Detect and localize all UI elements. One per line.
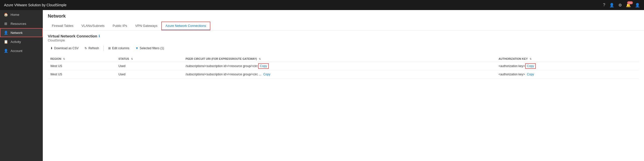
table-row: West US Used /subscriptions/<subscriptio…	[48, 62, 639, 70]
edit-columns-button[interactable]: ⊞ Edit columns	[106, 45, 132, 51]
col-region: REGION ⇅	[48, 56, 116, 62]
tab-public-ips[interactable]: Public IPs	[109, 22, 131, 30]
sort-uri-icon[interactable]: ⇅	[259, 58, 261, 60]
tab-azure-network-connections[interactable]: Azure Network Connections	[162, 22, 210, 30]
notification-badge: 152	[627, 1, 633, 4]
page-title: Network	[48, 14, 639, 19]
toolbar: ⬇ Download as CSV ↻ Refresh ⊞ Edit colum…	[48, 45, 639, 53]
resources-icon: ⊞	[4, 22, 8, 26]
person-icon[interactable]: 👤	[609, 3, 614, 8]
tabs: Firewall Tables VLANs/Subnets Public IPs…	[48, 22, 639, 30]
table-row: West US Used /subscriptions/<subscriptio…	[48, 70, 639, 79]
cell-region-2: West US	[48, 70, 116, 79]
uri-text-1: /subscriptions/<subscription id>/<resour…	[185, 64, 258, 68]
home-icon: 🏠	[4, 13, 8, 17]
sidebar-item-resources[interactable]: ⊞ Resources	[0, 19, 43, 28]
sidebar: 🏠 Home ⊞ Resources 👤 Network 📋 Activity …	[0, 10, 43, 161]
sidebar-item-home[interactable]: 🏠 Home	[0, 10, 43, 19]
tab-vlans-subnets[interactable]: VLANs/Subnets	[78, 22, 109, 30]
selected-filters-button[interactable]: ▼ Selected filters (1)	[133, 45, 167, 51]
cell-region-1: West US	[48, 62, 116, 70]
settings-icon[interactable]: ⚙	[618, 3, 622, 8]
sidebar-item-activity-label: Activity	[11, 40, 21, 44]
toolbar-separator	[103, 46, 104, 51]
auth-text-1: <authorization key>	[499, 64, 525, 68]
network-icon: 👤	[4, 31, 8, 35]
columns-icon: ⊞	[108, 46, 111, 50]
copy-uri-button-2[interactable]: Copy	[262, 72, 271, 76]
refresh-button[interactable]: ↻ Refresh	[82, 45, 101, 51]
info-icon[interactable]: ℹ	[99, 34, 100, 38]
sidebar-item-resources-label: Resources	[11, 22, 26, 26]
copy-auth-button-2[interactable]: Copy	[526, 72, 535, 76]
col-status: STATUS ⇅	[116, 56, 183, 62]
section-title: Virtual Network Connection	[48, 34, 97, 38]
uri-text-2: /subscriptions/<subscription id>/<resour…	[185, 73, 261, 76]
topbar: Azure VMware Solution by CloudSimple ? 👤…	[0, 0, 644, 10]
section-header: Virtual Network Connection ℹ	[48, 34, 639, 38]
page-header: Network Firewall Tables VLANs/Subnets Pu…	[43, 10, 644, 30]
cell-status-1: Used	[116, 62, 183, 70]
sort-status-icon[interactable]: ⇅	[131, 58, 133, 60]
section-subtitle: CloudSimple	[48, 39, 639, 42]
filter-icon: ▼	[135, 46, 138, 50]
sidebar-item-activity[interactable]: 📋 Activity	[0, 37, 43, 46]
table-body: West US Used /subscriptions/<subscriptio…	[48, 62, 639, 79]
cell-uri-2: /subscriptions/<subscription id>/<resour…	[183, 70, 496, 79]
sidebar-item-account[interactable]: 👤 Account	[0, 46, 43, 55]
cell-auth-1: <authorization key> Copy	[496, 62, 639, 70]
download-csv-button[interactable]: ⬇ Download as CSV	[48, 45, 81, 51]
auth-text-2: <authorization key>	[499, 73, 525, 76]
refresh-icon: ↻	[85, 46, 87, 50]
col-authorization-key: AUTHORIZATION KEY ⇅	[496, 56, 639, 62]
sidebar-item-network[interactable]: 👤 Network	[0, 28, 43, 37]
cell-status-2: Used	[116, 70, 183, 79]
copy-uri-button-1[interactable]: Copy	[259, 64, 268, 68]
content-area: Virtual Network Connection ℹ CloudSimple…	[43, 30, 644, 82]
sidebar-item-home-label: Home	[11, 13, 19, 17]
tab-vpn-gateways[interactable]: VPN Gateways	[131, 22, 161, 30]
cell-auth-2: <authorization key> Copy	[496, 70, 639, 79]
data-table: REGION ⇅ STATUS ⇅ PEER CIRCUIT URI (FOR …	[48, 56, 639, 79]
account-icon: 👤	[4, 49, 8, 53]
copy-auth-button-1[interactable]: Copy	[526, 64, 535, 68]
table-header: REGION ⇅ STATUS ⇅ PEER CIRCUIT URI (FOR …	[48, 56, 639, 62]
sort-auth-icon[interactable]: ⇅	[529, 58, 532, 60]
sidebar-item-network-label: Network	[11, 31, 23, 35]
user-icon[interactable]: 👤	[635, 3, 640, 8]
activity-icon: 📋	[4, 40, 8, 44]
layout: 🏠 Home ⊞ Resources 👤 Network 📋 Activity …	[0, 10, 644, 161]
download-icon: ⬇	[50, 46, 53, 50]
col-peer-circuit-uri: PEER CIRCUIT URI (FOR EXPRESSROUTE GATEW…	[183, 56, 496, 62]
tab-firewall-tables[interactable]: Firewall Tables	[48, 22, 78, 30]
sort-region-icon[interactable]: ⇅	[63, 58, 65, 60]
help-icon[interactable]: ?	[603, 3, 605, 7]
topbar-icons: ? 👤 ⚙ 🔔 152 👤	[603, 3, 640, 8]
cell-uri-1: /subscriptions/<subscription id>/<resour…	[183, 62, 496, 70]
app-title: Azure VMware Solution by CloudSimple	[4, 3, 66, 7]
notifications-icon[interactable]: 🔔 152	[626, 3, 631, 8]
main-content: Network Firewall Tables VLANs/Subnets Pu…	[43, 10, 644, 161]
sidebar-item-account-label: Account	[11, 49, 22, 53]
